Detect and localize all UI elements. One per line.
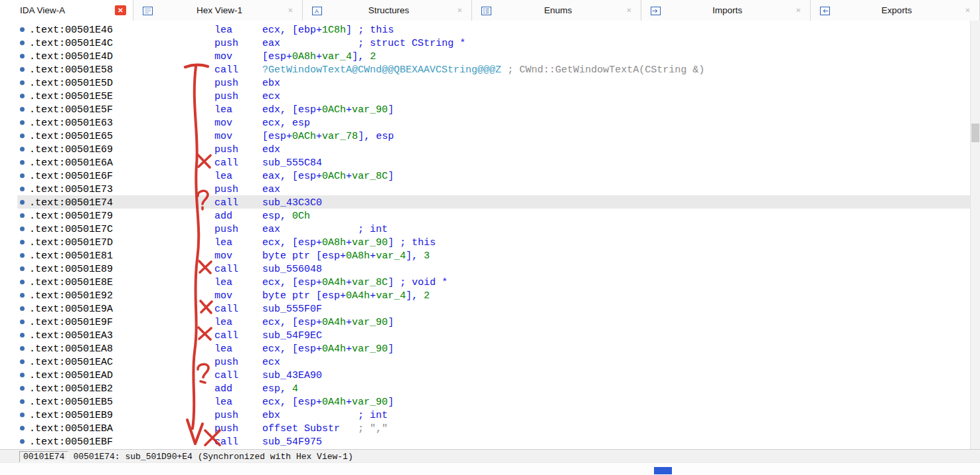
- asm-line[interactable]: .text:00501E63 mov ecx, esp: [17, 116, 971, 129]
- asm-line[interactable]: .text:00501EBF call sub_54F975: [17, 434, 971, 448]
- asm-line[interactable]: .text:00501E65 mov [esp+0ACh+var_78], es…: [17, 129, 971, 142]
- asm-text: .text:00501E65 mov [esp+0ACh+var_78], es…: [29, 131, 394, 142]
- nav-dot-icon: [20, 266, 25, 271]
- asm-line[interactable]: .text:00501E92 mov byte ptr [esp+0A4h+va…: [17, 288, 971, 302]
- tab-exports[interactable]: Exports✕: [811, 0, 980, 21]
- asm-line[interactable]: .text:00501E7C push eax ; int: [17, 222, 971, 235]
- nav-dot-icon: [20, 293, 25, 298]
- asm-line[interactable]: .text:00501E5E push ecx: [17, 89, 971, 102]
- asm-line[interactable]: .text:00501EBA push offset Substr ; ",": [17, 421, 971, 434]
- asm-line[interactable]: .text:00501E79 add esp, 0Ch: [17, 209, 971, 222]
- exports-icon: [820, 6, 831, 15]
- nav-dot-icon: [20, 306, 25, 311]
- asm-text: .text:00501EB5 lea ecx, [esp+0A4h+var_90…: [29, 397, 394, 408]
- asm-line[interactable]: .text:00501E89 call sub_556048: [17, 262, 971, 275]
- asm-line[interactable]: .text:00501E74 call sub_43C3C0: [17, 195, 971, 209]
- nav-dot-icon: [20, 320, 25, 324]
- nav-dot-icon: [20, 346, 25, 351]
- tab-close-icon[interactable]: ✕: [286, 6, 295, 15]
- tab-close-icon[interactable]: ✕: [793, 6, 803, 15]
- asm-line[interactable]: .text:00501EA8 lea ecx, [esp+0A4h+var_90…: [17, 341, 971, 355]
- asm-line[interactable]: .text:00501E5D push ebx: [17, 76, 971, 89]
- nav-dot-icon: [20, 280, 25, 284]
- nav-dot-icon: [20, 413, 25, 417]
- asm-text: .text:00501EA3 call sub_54F9EC: [29, 330, 322, 341]
- disassembly-lines: .text:00501E46 lea ecx, [ebp+1C8h] ; thi…: [0, 23, 971, 448]
- nav-dot-icon: [20, 173, 25, 178]
- nav-dot-icon: [20, 213, 25, 218]
- nav-dot-icon: [20, 359, 25, 364]
- asm-line[interactable]: .text:00501EB9 push ebx ; int: [17, 408, 971, 421]
- scrollbar-thumb[interactable]: [971, 124, 979, 142]
- disassembly-view: .text:00501E46 lea ecx, [ebp+1C8h] ; thi…: [0, 21, 971, 450]
- asm-line[interactable]: .text:00501EB5 lea ecx, [esp+0A4h+var_90…: [17, 395, 971, 408]
- tab-label: Hex View-1: [153, 5, 286, 15]
- asm-line[interactable]: .text:00501E69 push edx: [17, 142, 971, 155]
- tab-close-icon[interactable]: ✕: [455, 6, 465, 15]
- asm-line[interactable]: .text:00501EA3 call sub_54F9EC: [17, 328, 971, 341]
- asm-text: .text:00501E58 call ?GetWindowTextA@CWnd…: [29, 64, 704, 76]
- asm-line[interactable]: .text:00501E5F lea edx, [esp+0ACh+var_90…: [17, 102, 971, 116]
- nav-dot-icon: [20, 386, 25, 391]
- tab-bar: IDA View-A✕Hex View-1✕AStructures✕Enums✕…: [0, 0, 980, 21]
- tab-ida-view-a[interactable]: IDA View-A✕: [0, 0, 133, 21]
- asm-line[interactable]: .text:00501E7D lea ecx, [esp+0A8h+var_90…: [17, 235, 971, 248]
- asm-text: .text:00501E4D mov [esp+0A8h+var_4], 2: [29, 51, 376, 62]
- nav-dot-icon: [20, 94, 25, 98]
- asm-line[interactable]: .text:00501E6A call sub_555C84: [17, 155, 971, 169]
- nav-dot-icon: [20, 107, 25, 112]
- tab-close-icon[interactable]: ✕: [963, 6, 973, 15]
- svg-text:A: A: [315, 8, 319, 15]
- nav-dot-icon: [20, 120, 25, 125]
- tab-close-icon[interactable]: ✕: [624, 6, 634, 15]
- status-file-offset: 00101E74: [19, 451, 68, 462]
- imports-icon: [651, 6, 661, 15]
- asm-line[interactable]: .text:00501E6F lea eax, [esp+0ACh+var_8C…: [17, 169, 971, 182]
- asm-line[interactable]: .text:00501E4C push eax ; struct CString…: [17, 36, 971, 49]
- nav-dot-icon: [20, 160, 25, 165]
- nav-dot-icon: [20, 147, 25, 151]
- asm-line[interactable]: .text:00501E8E lea ecx, [esp+0A4h+var_8C…: [17, 275, 971, 288]
- tab-hex-view-1[interactable]: Hex View-1✕: [133, 0, 303, 21]
- nav-dot-icon: [20, 67, 25, 72]
- asm-line[interactable]: .text:00501EAC push ecx: [17, 355, 971, 368]
- tab-label: Structures: [323, 5, 455, 15]
- asm-text: .text:00501E79 add esp, 0Ch: [29, 211, 310, 222]
- tab-label: IDA View-A: [20, 5, 115, 15]
- asm-line[interactable]: .text:00501E9F lea ecx, [esp+0A4h+var_90…: [17, 315, 971, 328]
- tab-structures[interactable]: AStructures✕: [303, 0, 472, 21]
- asm-text: .text:00501E5F lea edx, [esp+0ACh+var_90…: [29, 104, 394, 116]
- asm-text: .text:00501E4C push eax ; struct CString…: [29, 38, 465, 49]
- asm-text: .text:00501E9A call sub_555F0F: [29, 304, 322, 315]
- asm-text: .text:00501E81 mov byte ptr [esp+0A8h+va…: [29, 250, 430, 262]
- tab-enums[interactable]: Enums✕: [472, 0, 641, 21]
- asm-text: .text:00501EBF call sub_54F975: [29, 436, 322, 448]
- nav-dot-icon: [20, 227, 25, 231]
- tab-label: Imports: [661, 5, 793, 15]
- asm-text: .text:00501E74 call sub_43C3C0: [29, 197, 322, 209]
- vertical-scrollbar[interactable]: [970, 21, 980, 450]
- asm-text: .text:00501EAC push ecx: [29, 357, 280, 368]
- asm-text: .text:00501EBA push offset Substr ; ",": [29, 423, 388, 434]
- asm-line[interactable]: .text:00501E73 push eax: [17, 182, 971, 195]
- asm-line[interactable]: .text:00501EB2 add esp, 4: [17, 381, 971, 395]
- asm-line[interactable]: .text:00501E46 lea ecx, [ebp+1C8h] ; thi…: [17, 23, 971, 36]
- nav-dot-icon: [20, 80, 25, 85]
- status-sync-text: 00501E74: sub_501D90+E4 (Synchronized wi…: [73, 452, 353, 462]
- asm-line[interactable]: .text:00501E81 mov byte ptr [esp+0A8h+va…: [17, 248, 971, 262]
- bottom-blue-indicator: [654, 467, 672, 474]
- bottom-strip: [0, 462, 980, 475]
- asm-line[interactable]: .text:00501E9A call sub_555F0F: [17, 302, 971, 315]
- asm-text: .text:00501E7C push eax ; int: [29, 224, 388, 235]
- asm-text: .text:00501E92 mov byte ptr [esp+0A4h+va…: [29, 290, 430, 302]
- tab-imports[interactable]: Imports✕: [641, 0, 811, 21]
- tab-close-icon[interactable]: ✕: [115, 5, 126, 15]
- nav-dot-icon: [20, 439, 25, 444]
- asm-line[interactable]: .text:00501E58 call ?GetWindowTextA@CWnd…: [17, 62, 971, 76]
- asm-line[interactable]: .text:00501EAD call sub_43EA90: [17, 368, 971, 381]
- asm-text: .text:00501E63 mov ecx, esp: [29, 118, 310, 129]
- asm-text: .text:00501E46 lea ecx, [ebp+1C8h] ; thi…: [29, 25, 394, 36]
- asm-text: .text:00501E6F lea eax, [esp+0ACh+var_8C…: [29, 171, 394, 182]
- ida-window: { "colors": { "code": "#1515e0", "number…: [0, 0, 980, 475]
- asm-line[interactable]: .text:00501E4D mov [esp+0A8h+var_4], 2: [17, 49, 971, 62]
